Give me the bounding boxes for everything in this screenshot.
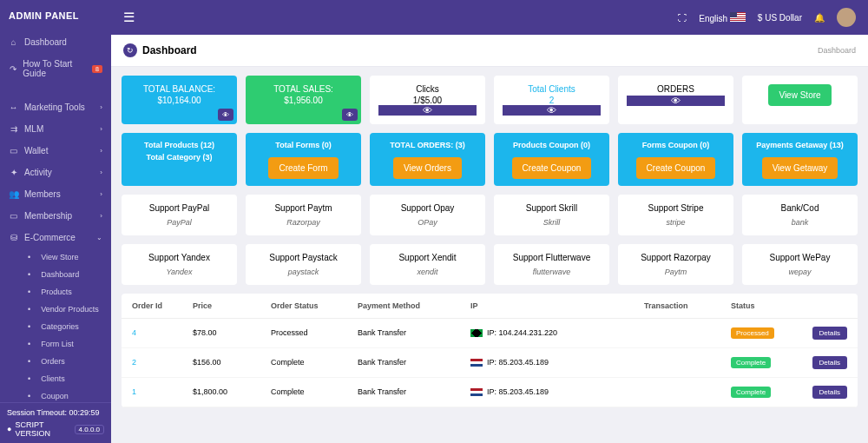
sidebar-item[interactable]: ▭Wallet› <box>0 140 111 162</box>
payment-logo-icon: Razorpay <box>251 218 356 227</box>
sidebar-sub-item[interactable]: Products <box>19 283 111 301</box>
avatar[interactable] <box>837 8 856 27</box>
badge: 8 <box>92 65 102 73</box>
eye-icon[interactable]: 👁 <box>378 105 477 116</box>
nav-icon: ✦ <box>9 168 18 177</box>
support-card: Support RazorpayPaytm <box>618 244 733 285</box>
sidebar-item[interactable]: 👥Members› <box>0 183 111 205</box>
sidebar: ADMIN PANEL ⌂Dashboard↷How To Start Guid… <box>0 0 111 443</box>
sidebar-item[interactable]: ⛁E-Commerce⌄ <box>0 227 111 248</box>
status-badge: Processed <box>731 327 774 339</box>
stat-card: Total Clients2👁 <box>494 76 609 124</box>
sidebar-item[interactable]: ↷How To Start Guide8 <box>0 53 111 84</box>
flag-us-icon <box>730 12 746 22</box>
payment-logo-icon: Skrill <box>499 218 604 227</box>
action-card: Products Coupon (0)Create Coupon <box>494 133 609 186</box>
chevron-right-icon: › <box>100 190 102 198</box>
sidebar-sub-item[interactable]: Clients <box>19 370 111 387</box>
sidebar-sub-item[interactable]: Form List <box>19 335 111 353</box>
nav-icon: ▭ <box>9 146 18 155</box>
language-selector[interactable]: English <box>699 12 746 23</box>
action-card: Total Forms (0)Create Form <box>246 133 361 186</box>
chevron-right-icon: › <box>100 103 102 111</box>
chevron-right-icon: › <box>100 169 102 176</box>
payment-logo-icon: Yandex <box>127 268 232 276</box>
support-card: Support Xenditxendit <box>370 244 485 285</box>
table-row: 1 $1,800.00 Complete Bank Transfer IP: 8… <box>122 378 858 407</box>
sidebar-item[interactable]: ✦Activity› <box>0 162 111 183</box>
refresh-icon[interactable]: ↻ <box>123 43 137 57</box>
sidebar-item[interactable]: ⇉MLM› <box>0 118 111 140</box>
content: ↻ Dashboard Dashboard TOTAL BALANCE:$10,… <box>111 35 868 443</box>
nav-icon: ⌂ <box>9 37 18 47</box>
view-store-button[interactable]: View Store <box>768 84 831 106</box>
sidebar-sub-item[interactable]: Orders <box>19 353 111 370</box>
details-button[interactable]: Details <box>812 386 847 399</box>
payment-logo-icon: flutterwave <box>499 268 604 276</box>
page-title: Dashboard <box>142 44 197 56</box>
view-store-card: View Store <box>742 76 858 124</box>
supports-row-1: Support PayPalPayPalSupport PaytmRazorpa… <box>122 195 858 235</box>
support-card: Bank/Codbank <box>742 195 858 235</box>
stat-card: Clicks1/$5.00👁 <box>370 76 485 124</box>
support-card: Support SkrillSkrill <box>494 195 609 235</box>
topbar: ☰ ⛶ English $ US Dollar 🔔 <box>111 0 868 35</box>
chevron-right-icon: › <box>100 147 102 155</box>
payment-logo-icon: paystack <box>251 268 356 276</box>
stat-card: ORDERS👁 <box>618 76 733 124</box>
sidebar-item[interactable]: ↔Marketing Tools› <box>0 96 111 118</box>
eye-icon[interactable]: 👁 <box>218 109 233 121</box>
orders-table: Order Id Price Order Status Payment Meth… <box>122 294 858 407</box>
payment-logo-icon: stripe <box>623 218 728 227</box>
support-card: Support PaytmRazorpay <box>246 195 361 235</box>
action-card: Forms Coupon (0)Create Coupon <box>618 133 733 186</box>
action-button[interactable]: Create Coupon <box>512 157 592 179</box>
table-row: 2 $156.00 Complete Bank Transfer IP: 85.… <box>122 348 858 378</box>
action-button[interactable]: View Getaway <box>762 157 838 179</box>
sidebar-sub-item[interactable]: Vendor Products <box>19 301 111 318</box>
fullscreen-icon[interactable]: ⛶ <box>678 13 687 23</box>
payment-logo-icon: PayPal <box>127 218 232 227</box>
order-id[interactable]: 2 <box>132 358 193 367</box>
payment-logo-icon: xendit <box>375 268 480 276</box>
table-row: 4 $78.00 Processed Bank Transfer IP: 104… <box>122 319 858 348</box>
sidebar-item[interactable]: ⌂Dashboard <box>0 31 111 53</box>
menu-toggle-icon[interactable]: ☰ <box>123 10 135 25</box>
currency-selector[interactable]: $ US Dollar <box>758 13 802 23</box>
stat-card: TOTAL SALES:$1,956.00👁 <box>246 76 361 124</box>
chevron-right-icon: › <box>100 125 102 133</box>
sidebar-sub-item[interactable]: Categories <box>19 318 111 335</box>
sidebar-sub-item[interactable]: Coupon <box>19 387 111 402</box>
bell-icon[interactable]: 🔔 <box>814 13 825 23</box>
payment-logo-icon: bank <box>747 218 852 227</box>
action-button[interactable]: View Orders <box>393 157 462 179</box>
support-card: Support OpayOPay <box>370 195 485 235</box>
support-card: Support YandexYandex <box>122 244 237 285</box>
nav-icon: ▭ <box>9 211 18 221</box>
action-button[interactable]: Create Coupon <box>636 157 716 179</box>
nav-icon: ⛁ <box>9 233 18 242</box>
payment-logo-icon: Paytm <box>623 268 728 276</box>
order-id[interactable]: 1 <box>132 387 193 396</box>
page-header: ↻ Dashboard Dashboard <box>111 35 868 67</box>
eye-icon[interactable]: 👁 <box>342 109 358 121</box>
flag-icon <box>470 359 483 367</box>
payment-logo-icon: OPay <box>375 218 480 227</box>
eye-icon[interactable]: 👁 <box>503 105 601 116</box>
status-badge: Complete <box>731 387 771 398</box>
nav-icon: ⇉ <box>9 124 18 134</box>
support-card: Support Paystackpaystack <box>246 244 361 285</box>
chevron-down-icon: ⌄ <box>96 234 102 241</box>
nav-icon: ↷ <box>9 64 16 74</box>
support-card: Support WePaywepay <box>742 244 858 285</box>
sidebar-sub-item[interactable]: Dashboard <box>19 266 111 283</box>
brand: ADMIN PANEL <box>0 0 111 31</box>
sidebar-item[interactable]: ▭Membership› <box>0 205 111 227</box>
details-button[interactable]: Details <box>812 327 847 340</box>
action-button[interactable]: Create Form <box>268 157 338 179</box>
eye-icon[interactable]: 👁 <box>627 96 725 106</box>
stat-card: TOTAL BALANCE:$10,164.00👁 <box>122 76 237 124</box>
sidebar-sub-item[interactable]: View Store <box>19 248 111 266</box>
details-button[interactable]: Details <box>812 356 847 369</box>
order-id[interactable]: 4 <box>132 328 193 337</box>
